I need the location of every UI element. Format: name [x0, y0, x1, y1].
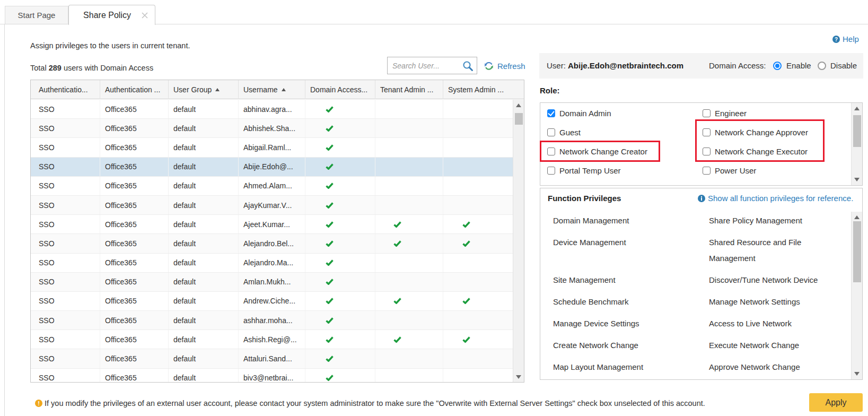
- sort-asc-icon: [215, 88, 220, 91]
- cell-domain-access: [305, 254, 375, 272]
- table-row[interactable]: SSO Office365 default Alejandro.Ma...: [31, 254, 513, 273]
- table-row[interactable]: SSO Office365 default Abhishek.Sha...: [31, 119, 513, 138]
- scroll-up-icon[interactable]: [854, 107, 860, 110]
- warning-text: If you modify the privileges of an exter…: [45, 399, 705, 408]
- table-row[interactable]: SSO Office365 default Alejandro.Bel...: [31, 234, 513, 253]
- check-icon: [326, 221, 334, 228]
- table-row[interactable]: SSO Office365 default Andrew.Ciche...: [31, 292, 513, 311]
- cell-username: Ashish.Regi@...: [239, 330, 305, 349]
- scroll-thumb[interactable]: [853, 115, 861, 147]
- column-header[interactable]: Username: [239, 80, 305, 99]
- column-header[interactable]: System Admin ...: [443, 80, 513, 99]
- role-checkbox[interactable]: [547, 109, 555, 117]
- table-scrollbar[interactable]: [513, 100, 524, 383]
- role-item[interactable]: Portal Temp User: [547, 161, 703, 180]
- privilege-row: Device Management Shared Resource and Fi…: [553, 235, 850, 266]
- column-header[interactable]: Authenticatio...: [31, 80, 100, 99]
- privilege-row: Manage Device Settings Access to Live Ne…: [553, 316, 850, 332]
- table-row[interactable]: SSO Office365 default abhinav.agra...: [31, 100, 513, 119]
- show-all-privileges-link[interactable]: Show all function privileges for referen…: [698, 194, 853, 203]
- help-link[interactable]: ? Help: [832, 34, 859, 44]
- column-header[interactable]: Tenant Admin ...: [375, 80, 443, 99]
- enable-radio[interactable]: [773, 62, 782, 70]
- column-header[interactable]: Authentication ...: [100, 80, 169, 99]
- role-item[interactable]: Guest: [547, 123, 703, 142]
- role-checkbox[interactable]: [547, 167, 555, 175]
- scroll-up-icon[interactable]: [854, 215, 860, 219]
- role-scrollbar[interactable]: [851, 103, 862, 185]
- privilege-left: Domain Management: [553, 213, 709, 229]
- scroll-thumb[interactable]: [515, 113, 523, 125]
- table-row[interactable]: SSO Office365 default Abije.Edoh@...: [31, 158, 513, 177]
- privilege-left: Site Management: [553, 272, 709, 288]
- user-email: Abije.Edoh@netbraintech.com: [568, 61, 683, 70]
- table-row[interactable]: SSO Office365 default Ajeet.Kumar...: [31, 215, 513, 234]
- cell-auth-type: SSO: [31, 215, 100, 233]
- scroll-down-icon[interactable]: [516, 375, 521, 379]
- cell-system-admin: [443, 215, 513, 233]
- cell-tenant-admin: [375, 330, 443, 349]
- role-checkbox[interactable]: [703, 109, 711, 117]
- cell-tenant-admin: [375, 100, 443, 118]
- cell-username: Attaluri.Sand...: [239, 349, 305, 368]
- cell-auth-type: SSO: [31, 349, 100, 368]
- table-row[interactable]: SSO Office365 default Abigail.Raml...: [31, 138, 513, 157]
- privilege-right: Discover/Tune Network Device: [709, 272, 841, 288]
- table-row[interactable]: SSO Office365 default Ahmed.Alam...: [31, 177, 513, 196]
- cell-domain-access: [305, 215, 375, 233]
- search-box: [387, 57, 477, 74]
- cell-auth-type: SSO: [31, 119, 100, 137]
- cell-tenant-admin: [375, 158, 443, 176]
- warning-bar: ! If you modify the privileges of an ext…: [35, 399, 705, 408]
- cell-tenant-admin: [375, 196, 443, 214]
- search-icon[interactable]: [462, 60, 474, 72]
- cell-user-group: default: [169, 119, 239, 137]
- cell-auth-type: SSO: [31, 100, 100, 118]
- table-row[interactable]: SSO Office365 default Amlan.Mukh...: [31, 273, 513, 292]
- table-row[interactable]: SSO Office365 default ashhar.moha...: [31, 311, 513, 330]
- table-body: SSO Office365 default abhinav.agra... SS…: [31, 100, 513, 383]
- check-icon: [326, 144, 334, 151]
- cell-username: Andrew.Ciche...: [239, 292, 305, 310]
- cell-user-group: default: [169, 138, 239, 157]
- role-item[interactable]: Power User: [703, 161, 851, 180]
- scroll-thumb[interactable]: [853, 221, 861, 282]
- column-header[interactable]: User Group: [169, 80, 239, 99]
- cell-auth-type: SSO: [31, 138, 100, 157]
- cell-auth-server: Office365: [100, 234, 169, 253]
- scroll-up-icon[interactable]: [516, 103, 521, 107]
- cell-username: Amlan.Mukh...: [239, 273, 305, 291]
- close-icon[interactable]: [141, 11, 149, 20]
- tab-share-policy-label: Share Policy: [83, 11, 131, 20]
- column-header[interactable]: Domain Access...: [305, 80, 375, 99]
- cell-auth-server: Office365: [100, 292, 169, 310]
- table-row[interactable]: SSO Office365 default biv3@netbrai...: [31, 369, 513, 383]
- role-checkbox[interactable]: [703, 167, 711, 175]
- table-row[interactable]: SSO Office365 default AjayKumar.V...: [31, 196, 513, 215]
- disable-radio[interactable]: [818, 62, 826, 70]
- search-input[interactable]: [392, 57, 461, 74]
- role-checkbox[interactable]: [547, 128, 555, 136]
- scroll-down-icon[interactable]: [854, 178, 860, 181]
- refresh-button[interactable]: Refresh: [484, 62, 525, 71]
- check-icon: [462, 221, 470, 228]
- table-row[interactable]: SSO Office365 default Attaluri.Sand...: [31, 349, 513, 368]
- role-item-label: Engineer: [715, 109, 747, 118]
- tab-bar: Start Page Share Policy: [0, 0, 868, 24]
- tab-share-policy[interactable]: Share Policy: [68, 5, 155, 25]
- scroll-down-icon[interactable]: [854, 372, 860, 376]
- cell-system-admin: [443, 254, 513, 272]
- role-item[interactable]: Domain Admin: [547, 103, 703, 123]
- cell-domain-access: [305, 100, 375, 118]
- cell-auth-type: SSO: [31, 196, 100, 214]
- users-table: Authenticatio... Authentication ... User…: [30, 80, 524, 383]
- privilege-right: Manage Network Settings: [709, 294, 841, 310]
- function-scrollbar[interactable]: [851, 212, 862, 379]
- cell-auth-type: SSO: [31, 330, 100, 349]
- apply-button[interactable]: Apply: [809, 393, 863, 412]
- check-icon: [326, 125, 334, 132]
- table-row[interactable]: SSO Office365 default Ashish.Regi@...: [31, 330, 513, 349]
- tab-start-page[interactable]: Start Page: [5, 6, 68, 24]
- check-icon: [393, 298, 401, 304]
- cell-system-admin: [443, 273, 513, 291]
